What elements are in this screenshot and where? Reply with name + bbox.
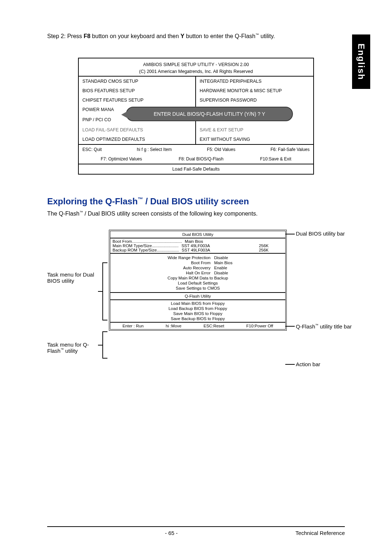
footer-ref: Technical Reference	[295, 530, 345, 536]
utility-diagram: Dual BIOS Utility Boot From.............…	[47, 230, 345, 331]
hint-esc: ESC: Quit	[82, 147, 102, 152]
info-key: Main ROM Type/Size	[113, 244, 152, 248]
opt-action: Save Settings to CMOS	[176, 286, 220, 290]
hint-esc: ESC:Reset	[204, 324, 224, 328]
opt-label: Wide Range Protection	[152, 255, 211, 260]
step2-end: utility.	[259, 33, 275, 39]
info-val: Main Bios	[185, 239, 203, 244]
menu-item: LOAD FAIL-SAFE DEFAULTS	[79, 125, 196, 135]
opt-label: Boot From	[152, 261, 211, 265]
bios-header: AMIBIOS SIMPLE SETUP UTILITY - VERSION 2…	[79, 58, 313, 77]
section-heading: Exploring the Q-Flash™ / Dual BIOS utili…	[47, 196, 345, 207]
info-val: SST 49LF003A	[182, 248, 210, 252]
menu-item: EXIT WITHOUT SAVING	[196, 135, 313, 144]
qflash-item: Save Main BIOS to Floppy	[111, 311, 285, 316]
opt-label: Auto Recovery	[152, 266, 211, 270]
bios-status-bar: Load Fail-Safe Defaults	[79, 164, 313, 174]
qflash-item: Load Backup BIOS from Floppy	[111, 306, 285, 311]
connector-tick	[285, 326, 290, 327]
menu-item: SUPERVISOR PASSWORD	[196, 95, 313, 105]
qflash-item: Save Backup BIOS to Floppy	[111, 316, 285, 321]
intro-pre: The Q-Flash	[47, 210, 79, 217]
dots: .......................	[152, 244, 179, 248]
info-key: Boot From	[113, 239, 132, 244]
hint-enter: Enter : Run	[122, 324, 143, 328]
qflash-item: Load Main BIOS from Floppy	[111, 301, 285, 306]
annot-qflash-bar-post: utility title bar	[318, 323, 352, 330]
bios-title-2: (C) 2001 American Megatrends, Inc. All R…	[79, 68, 313, 75]
step2-prefix: Step 2: Press	[47, 33, 84, 39]
hint-f8: F8: Dual BIOS/Q-Flash	[179, 156, 223, 162]
tm: ™	[79, 210, 83, 214]
dots: ........................................…	[132, 239, 182, 244]
hint-f7: F7: Optimized Values	[101, 156, 142, 162]
opt-value: Disable	[214, 255, 243, 260]
annot-task-qflash: Task menu for Q-Flash™ utility	[47, 342, 105, 354]
annot-qflash-bar-pre: Q-Flash	[296, 323, 315, 330]
hint-f10: F10:Power Off	[246, 324, 273, 328]
hint-f10: F10:Save & Exit	[260, 156, 291, 162]
intro-text: The Q-Flash™ / Dual BIOS utility screen …	[47, 210, 345, 217]
bracket-icon	[102, 331, 107, 359]
annot-action-bar: Action bar	[296, 361, 361, 367]
opt-value: Disable	[214, 271, 243, 275]
step2-key1: F8	[84, 33, 91, 39]
hint-f5: F5: Old Values	[207, 147, 235, 152]
annot-task-dual: Task menu for Dual BIOS utility	[47, 271, 105, 284]
qflash-prompt-dialog: ENTER DUAL BIOS/Q-FLASH UTILITY (Y/N) ? …	[126, 107, 293, 121]
info-key: Backup ROM Type/Size	[113, 248, 157, 252]
arrow-left-icon	[121, 111, 128, 118]
opt-value: Enable	[214, 266, 243, 270]
connector-line	[98, 345, 102, 346]
step2-text: Step 2: Press F8 button on your keyboard…	[47, 33, 345, 40]
dual-bios-utility-screenshot: Dual BIOS Utility Boot From.............…	[109, 230, 287, 331]
connector-tick	[285, 364, 290, 365]
annot-dual-bios-bar: Dual BIOS utility bar	[296, 230, 361, 237]
hint-move: hi :Move	[166, 324, 181, 328]
annot-qflash-title-bar: Q-Flash™ utility title bar	[296, 323, 361, 330]
menu-item: LOAD OPTIMIZED DEFAULTS	[79, 135, 196, 144]
qflash-prompt-text: ENTER DUAL BIOS/Q-FLASH UTILITY (Y/N) ? …	[154, 111, 265, 117]
intro-post: / Dual BIOS utility screen consists of t…	[83, 210, 258, 217]
step2-mid: button on your keyboard and then	[90, 33, 180, 39]
info-val: SST 49LF003A	[181, 244, 210, 248]
dual-bios-title-bar: Dual BIOS Utility	[110, 231, 285, 238]
bracket-icon	[102, 262, 107, 320]
hint-arrows: hi f g : Select Item	[137, 147, 172, 152]
heading-post: / Dual BIOS utility screen	[143, 196, 249, 206]
menu-item: CHIPSET FEATURES SETUP	[79, 95, 196, 105]
connector-tick	[285, 234, 290, 234]
tm: ™	[61, 348, 64, 351]
connector-line	[98, 291, 102, 292]
dual-bios-task-menu: Wide Range ProtectionDisable Boot FromMa…	[110, 253, 285, 292]
page-number: - 65 -	[165, 530, 178, 536]
opt-action: Load Default Settings	[178, 281, 218, 285]
qflash-title-bar: Q-Flash Utility	[110, 292, 285, 300]
opt-value: Main Bios	[214, 261, 243, 265]
step2-key2: Y	[180, 33, 184, 39]
opt-action: Copy Main ROM Data to Backup	[168, 276, 228, 280]
page-footer: - 65 - Technical Reference	[47, 526, 345, 536]
info-size: 256K	[259, 244, 283, 248]
bios-footer-row1: ESC: Quit hi f g : Select Item F5: Old V…	[79, 144, 313, 154]
opt-label: Halt On Error	[152, 271, 211, 275]
tm: ™	[315, 323, 318, 327]
info-section: Boot From...............................…	[110, 238, 285, 253]
bios-footer-row2: F7: Optimized Values F8: Dual BIOS/Q-Fla…	[79, 154, 313, 164]
annot-task-qflash-post: utility	[64, 348, 78, 354]
menu-item: INTEGRATED PERIPHERALS	[196, 77, 313, 86]
action-bar: Enter : Run hi :Move ESC:Reset F10:Power…	[110, 322, 285, 329]
info-size: 256K	[259, 248, 283, 252]
dots: ...................	[157, 248, 179, 252]
tm: ™	[256, 33, 259, 37]
menu-item: STANDARD CMOS SETUP	[79, 77, 196, 86]
menu-item: BIOS FEATURES SETUP	[79, 86, 196, 95]
menu-item: SAVE & EXIT SETUP	[196, 125, 313, 135]
heading-pre: Exploring the Q-Flash	[47, 196, 138, 206]
bios-title-1: AMIBIOS SIMPLE SETUP UTILITY - VERSION 2…	[79, 61, 313, 68]
bios-setup-screenshot: AMIBIOS SIMPLE SETUP UTILITY - VERSION 2…	[78, 58, 314, 175]
tm: ™	[138, 196, 143, 202]
menu-item: HARDWARE MONITOR & MISC SETUP	[196, 86, 313, 95]
hint-f6: F6: Fail-Safe Values	[270, 147, 310, 152]
step2-suffix: button to enter the Q-Flash	[184, 33, 256, 39]
